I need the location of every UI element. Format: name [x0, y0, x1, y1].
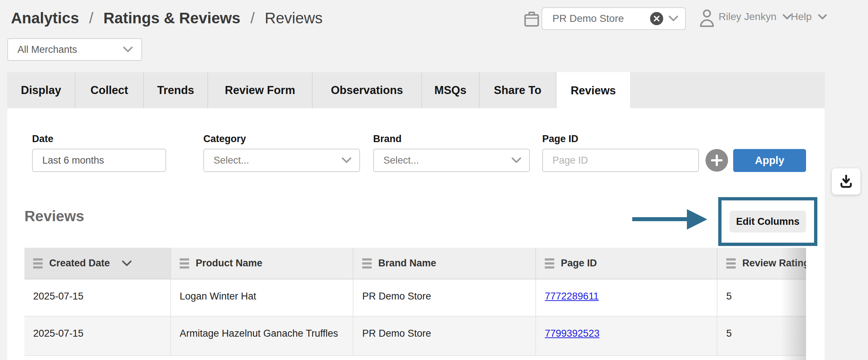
column-header-review-rating[interactable]: Review Rating	[718, 248, 806, 279]
clear-store-button[interactable]	[650, 12, 663, 25]
tab-observations[interactable]: Observations	[313, 72, 422, 108]
tab-display[interactable]: Display	[7, 72, 75, 108]
column-header-brand-name[interactable]: Brand Name	[353, 248, 536, 279]
column-header-label: Review Rating	[742, 258, 806, 269]
brand-filter-select[interactable]: Select...	[373, 149, 530, 172]
column-header-page-id[interactable]: Page ID	[536, 248, 718, 279]
sort-chevron-down-icon[interactable]	[122, 260, 132, 267]
cell-page-id: 7799392523	[536, 317, 718, 355]
column-header-label: Product Name	[196, 258, 262, 269]
close-icon	[653, 15, 660, 22]
add-filter-button[interactable]	[705, 149, 728, 172]
column-header-label: Brand Name	[378, 258, 436, 269]
drag-handle-icon[interactable]	[545, 258, 554, 269]
chevron-down-icon	[341, 157, 352, 164]
tab-share-to[interactable]: Share To	[480, 72, 556, 108]
column-header-label: Page ID	[561, 258, 597, 269]
help-menu[interactable]: Help	[791, 11, 827, 23]
cell-product-name: Armitage Hazelnut Ganache Truffles	[171, 317, 353, 355]
page-id-link[interactable]: 7799392523	[545, 328, 599, 339]
chevron-down-icon	[122, 46, 133, 53]
user-menu[interactable]: Riley Jenkyn	[719, 11, 792, 23]
drag-handle-icon[interactable]	[180, 258, 189, 269]
page-id-filter-label: Page ID	[542, 133, 578, 145]
person-icon	[698, 9, 716, 28]
cell-review-rating: 5	[718, 317, 806, 355]
merchant-dropdown-value: All Merchants	[17, 44, 77, 55]
page-id-filter-input[interactable]: Page ID	[542, 149, 699, 172]
cell-product-name: Logan Winter Hat	[171, 279, 353, 316]
table-row	[24, 356, 806, 360]
breadcrumb-separator: /	[250, 9, 255, 27]
plus-icon	[711, 154, 723, 167]
tab-bar: Display Collect Trends Review Form Obser…	[7, 72, 825, 108]
category-filter-placeholder: Select...	[214, 155, 249, 166]
page-id-link[interactable]: 7772289611	[545, 291, 599, 302]
breadcrumb-separator: /	[89, 9, 93, 27]
cell-brand-name: PR Demo Store	[353, 317, 536, 355]
tab-review-form[interactable]: Review Form	[208, 72, 313, 108]
cell-created-date: 2025-07-15	[24, 279, 171, 316]
tab-collect[interactable]: Collect	[75, 72, 144, 108]
edit-columns-button[interactable]: Edit Columns	[730, 211, 806, 232]
chevron-down-icon	[511, 157, 522, 164]
export-button[interactable]	[832, 168, 860, 195]
category-filter-label: Category	[203, 133, 246, 145]
column-header-label: Created Date	[49, 258, 110, 269]
table-row[interactable]: 2025-07-15 Logan Winter Hat PR Demo Stor…	[24, 279, 806, 317]
section-title: Reviews	[24, 208, 84, 225]
cell-page-id: 7772289611	[536, 279, 718, 316]
apply-button[interactable]: Apply	[733, 149, 806, 172]
store-selector-value: PR Demo Store	[552, 13, 624, 24]
category-filter-select[interactable]: Select...	[203, 149, 360, 172]
cell-review-rating: 5	[718, 279, 806, 316]
drag-handle-icon[interactable]	[726, 258, 736, 269]
breadcrumb-analytics[interactable]: Analytics	[11, 9, 79, 27]
cell-created-date: 2025-07-15	[24, 317, 171, 355]
page-id-filter-placeholder: Page ID	[552, 155, 588, 166]
chevron-down-icon	[818, 14, 827, 20]
drag-handle-icon[interactable]	[362, 258, 372, 269]
date-filter-label: Date	[32, 133, 54, 145]
chevron-down-icon	[782, 14, 792, 20]
breadcrumb-ratings-reviews[interactable]: Ratings & Reviews	[103, 9, 241, 27]
table-row[interactable]: 2025-07-15 Armitage Hazelnut Ganache Tru…	[24, 317, 806, 356]
briefcase-icon	[523, 11, 540, 28]
tab-trends[interactable]: Trends	[144, 72, 208, 108]
cell-brand-name: PR Demo Store	[353, 279, 536, 316]
chevron-down-icon	[668, 15, 679, 22]
date-filter-value: Last 6 months	[42, 155, 104, 166]
tab-msqs[interactable]: MSQs	[422, 72, 480, 108]
table-header-row: Created Date Product Name Brand Name Pag…	[24, 248, 806, 279]
arrow-right-annotation-icon	[632, 207, 709, 232]
column-header-product-name[interactable]: Product Name	[171, 248, 353, 279]
breadcrumb: Analytics / Ratings & Reviews / Reviews	[11, 9, 322, 27]
reviews-table: Created Date Product Name Brand Name Pag…	[24, 248, 806, 360]
column-header-created-date[interactable]: Created Date	[24, 248, 171, 279]
user-name: Riley Jenkyn	[719, 11, 777, 23]
breadcrumb-reviews: Reviews	[265, 9, 323, 27]
store-selector[interactable]: PR Demo Store	[541, 7, 686, 30]
analytics-reviews-page: Analytics / Ratings & Reviews / Reviews …	[0, 0, 868, 360]
drag-handle-icon[interactable]	[33, 258, 43, 269]
download-icon	[838, 174, 854, 189]
help-label: Help	[791, 11, 812, 23]
merchant-dropdown[interactable]: All Merchants	[7, 38, 142, 61]
brand-filter-label: Brand	[373, 133, 402, 145]
brand-filter-placeholder: Select...	[383, 155, 419, 166]
tab-reviews[interactable]: Reviews	[556, 72, 630, 109]
date-filter-input[interactable]: Last 6 months	[32, 149, 166, 172]
